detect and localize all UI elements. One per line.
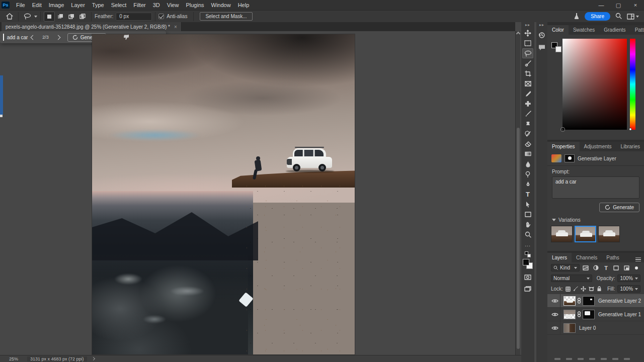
close-button[interactable]: × <box>627 0 644 10</box>
properties-generate-button[interactable]: Generate <box>599 203 639 212</box>
lock-artboard-icon[interactable] <box>589 285 594 293</box>
selection-intersect-icon[interactable] <box>77 12 88 22</box>
foreground-background-swatches[interactable] <box>523 259 533 269</box>
tool-preset-caret-icon[interactable] <box>34 16 37 18</box>
menu-file[interactable]: File <box>13 0 29 10</box>
default-colors-icon[interactable] <box>525 251 531 257</box>
layer-thumbnail[interactable] <box>564 296 576 306</box>
layer-mask-thumbnail[interactable] <box>583 310 595 319</box>
fill-input[interactable]: 100% <box>617 285 640 293</box>
hue-cursor[interactable] <box>629 128 632 131</box>
tab-gradients[interactable]: Gradients <box>599 25 630 35</box>
selection-subtract-icon[interactable] <box>66 12 77 22</box>
selection-add-icon[interactable] <box>55 12 66 22</box>
lock-pixels-icon[interactable] <box>573 285 578 293</box>
layer-row-generative-layer-2[interactable]: Generative Layer 2 <box>547 294 644 308</box>
quick-selection-tool[interactable] <box>522 58 533 68</box>
canvas-area[interactable]: add a car 2/3 Generate ... <box>0 31 515 355</box>
generative-prompt-input[interactable]: add a car <box>7 35 28 40</box>
visibility-eye-icon[interactable] <box>549 294 560 307</box>
layer-name[interactable]: Generative Layer 2 <box>598 298 641 304</box>
screen-mode-button[interactable] <box>522 284 533 294</box>
document-image[interactable] <box>92 34 355 354</box>
lock-position-icon[interactable] <box>581 285 586 293</box>
edit-toolbar-button[interactable]: ... <box>522 239 533 249</box>
menu-edit[interactable]: Edit <box>29 0 45 10</box>
comments-panel-icon[interactable] <box>537 42 547 52</box>
variations-header[interactable]: Variations <box>547 214 644 224</box>
filter-smart-object-icon[interactable] <box>623 264 630 272</box>
brush-tool[interactable] <box>522 109 533 119</box>
rectangle-tool[interactable] <box>522 209 533 219</box>
blend-mode-select[interactable]: Normal <box>551 275 592 282</box>
prompt-textarea[interactable]: add a car <box>552 176 639 199</box>
zoom-level[interactable]: 25% <box>9 356 18 361</box>
filter-type-icon[interactable]: T <box>602 264 610 272</box>
layer-name[interactable]: Generative Layer 1 <box>598 312 641 317</box>
filter-shape-icon[interactable] <box>612 264 620 272</box>
frame-tool[interactable] <box>522 78 533 88</box>
delete-layer-icon[interactable] <box>624 358 630 360</box>
menu-help[interactable]: Help <box>234 0 253 10</box>
adjustment-layer-icon[interactable] <box>589 358 595 360</box>
minimize-button[interactable]: — <box>593 0 610 10</box>
menu-type[interactable]: Type <box>89 0 108 10</box>
dock-collapse-icon[interactable]: ▸▸ <box>539 22 544 28</box>
panel-menu-icon[interactable] <box>635 256 641 263</box>
lock-transparency-icon[interactable] <box>566 285 571 293</box>
next-variation-button[interactable] <box>53 32 63 42</box>
new-group-icon[interactable] <box>601 358 607 360</box>
tab-paths[interactable]: Paths <box>602 253 624 262</box>
menu-window[interactable]: Window <box>208 0 234 10</box>
selection-new-icon[interactable] <box>44 12 55 22</box>
tab-layers[interactable]: Layers <box>547 253 572 262</box>
toolbar-collapse-icon[interactable]: ▸▸ <box>525 22 530 28</box>
filter-kind-select[interactable]: Kind <box>551 264 580 272</box>
layer-effects-icon[interactable] <box>566 358 572 360</box>
status-options-icon[interactable] <box>92 357 95 360</box>
blur-tool[interactable] <box>522 159 533 169</box>
search-icon[interactable] <box>615 13 622 20</box>
tab-channels[interactable]: Channels <box>572 253 602 262</box>
crop-tool[interactable] <box>522 68 533 78</box>
tab-libraries[interactable]: Libraries <box>616 142 644 151</box>
lasso-tool[interactable] <box>522 48 533 58</box>
menu-filter[interactable]: Filter <box>130 0 149 10</box>
type-tool[interactable]: T <box>522 189 533 199</box>
filter-image-icon[interactable] <box>582 264 590 272</box>
menu-3d[interactable]: 3D <box>149 0 164 10</box>
spot-healing-brush-tool[interactable] <box>522 99 533 109</box>
anti-alias-checkbox[interactable] <box>158 14 164 19</box>
gradient-tool[interactable] <box>522 149 533 159</box>
eraser-tool[interactable] <box>522 139 533 149</box>
history-brush-tool[interactable] <box>522 129 533 139</box>
menu-select[interactable]: Select <box>108 0 130 10</box>
lock-all-icon[interactable] <box>597 285 602 293</box>
workspace-switcher[interactable] <box>627 14 639 20</box>
pen-tool[interactable] <box>522 179 533 189</box>
feather-input[interactable]: 0 px <box>116 13 152 21</box>
menu-plugins[interactable]: Plugins <box>182 0 207 10</box>
tab-properties[interactable]: Properties <box>547 142 580 151</box>
variation-thumb-3[interactable] <box>598 226 620 242</box>
scroll-up-icon[interactable] <box>516 32 520 36</box>
previous-variation-button[interactable] <box>28 32 38 42</box>
filter-adjustment-icon[interactable] <box>592 264 600 272</box>
filter-toggle-icon[interactable] <box>633 264 640 272</box>
eyedropper-tool[interactable] <box>522 88 533 99</box>
scrollbar-thumb[interactable] <box>517 128 520 349</box>
tab-adjustments[interactable]: Adjustments <box>580 142 616 151</box>
link-layers-icon[interactable] <box>554 358 560 360</box>
dodge-tool[interactable] <box>522 169 533 179</box>
path-selection-tool[interactable] <box>522 199 533 209</box>
layer-row-generative-layer-1[interactable]: Generative Layer 1 <box>547 308 644 321</box>
new-layer-icon[interactable] <box>612 358 618 360</box>
layer-thumbnail[interactable] <box>564 310 576 319</box>
variation-thumb-1[interactable] <box>551 226 573 242</box>
opacity-input[interactable]: 100% <box>617 275 640 282</box>
add-mask-icon[interactable] <box>578 358 584 360</box>
lasso-tool-icon[interactable] <box>22 12 33 22</box>
select-and-mask-button[interactable]: Select and Mask... <box>200 12 252 21</box>
mask-link-icon[interactable] <box>577 298 582 304</box>
layer-mask-thumbnail[interactable] <box>583 296 595 306</box>
